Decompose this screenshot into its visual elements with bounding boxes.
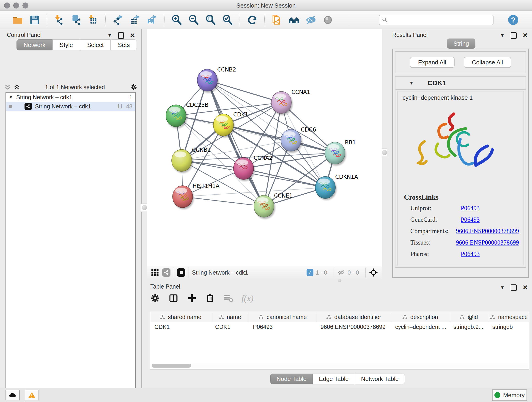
tab-network-table[interactable]: Network Table <box>355 374 405 384</box>
export-image-icon[interactable] <box>145 13 159 26</box>
save-icon[interactable] <box>27 13 42 26</box>
add-column-icon[interactable] <box>186 293 197 303</box>
node-CCNE1[interactable]: CCNE1 <box>254 192 292 219</box>
search-input[interactable] <box>389 17 491 23</box>
crosslink-label: GeneCard: <box>404 216 461 223</box>
collapse-all-button[interactable]: Collapse All <box>464 57 511 68</box>
close-panel-icon[interactable]: ✕ <box>130 32 135 39</box>
grid-view-icon[interactable] <box>151 268 159 277</box>
node-label-CCNA1: CCNA1 <box>291 89 310 95</box>
selected-checkbox-icon[interactable]: ✓ <box>307 269 313 276</box>
crosslink-link[interactable]: P06493 <box>461 216 480 223</box>
column-label: database identifier <box>334 314 381 320</box>
panel-menu-icon[interactable]: ▼ <box>108 33 112 38</box>
right-splitter[interactable] <box>382 29 387 266</box>
network-row[interactable]: String Network – cdk1 11 48 <box>6 102 135 111</box>
control-panel-title: Control Panel <box>7 32 41 38</box>
collection-expand-icon[interactable]: ▼ <box>9 95 13 100</box>
panel-menu-icon[interactable]: ▼ <box>500 33 505 38</box>
tab-sets[interactable]: Sets <box>111 39 137 51</box>
help-icon[interactable]: ? <box>508 15 518 25</box>
expand-all-button[interactable]: Expand All <box>410 57 455 68</box>
node-CCNA2[interactable]: CCNA2 <box>234 154 272 181</box>
column-header-name[interactable]: name <box>211 312 249 322</box>
horizontal-splitter-handle[interactable] <box>338 279 341 282</box>
function-builder-icon[interactable]: f(x) <box>241 293 254 303</box>
network-canvas[interactable]: CCNB2CCNA1CDC25BCDK1CDC6RB1CCNB1CCNA2CDK… <box>147 29 382 266</box>
hidden-eye-icon[interactable] <box>337 268 345 277</box>
network-collection-row[interactable]: ▼ String Network – cdk1 1 <box>6 93 135 102</box>
column-header-namespace[interactable]: namespace <box>488 312 529 322</box>
crosslink-link[interactable]: 9606.ENSP00000378699 <box>456 239 519 246</box>
tab-edge-table[interactable]: Edge Table <box>313 374 355 384</box>
columns-icon[interactable] <box>168 293 179 303</box>
column-header-description[interactable]: description <box>391 312 449 322</box>
node-table[interactable]: shared namenamecanonical namedatabase id… <box>150 312 529 370</box>
gear-icon[interactable] <box>150 293 160 303</box>
node-CDKN1A[interactable]: CDKN1A <box>315 173 358 200</box>
column-header-shared-name[interactable]: shared name <box>150 312 211 322</box>
section-expand-icon[interactable]: ▼ <box>409 80 414 86</box>
clear-table-icon[interactable] <box>223 293 234 303</box>
column-type-icon <box>402 314 408 319</box>
crosslink-link[interactable]: P06493 <box>461 205 480 212</box>
document-share-icon[interactable] <box>270 13 284 26</box>
panel-menu-icon[interactable]: ▼ <box>500 285 505 290</box>
open-in-new-icon[interactable] <box>177 268 185 277</box>
zoom-out-icon[interactable] <box>186 13 201 26</box>
float-panel-icon[interactable] <box>118 32 124 39</box>
edge-CDK1-RB1[interactable] <box>223 125 335 153</box>
crosslink-link[interactable]: P06493 <box>461 250 480 258</box>
zoom-selected-icon[interactable] <box>220 13 234 26</box>
sphere-icon[interactable] <box>321 13 335 26</box>
memory-button[interactable]: Memory <box>492 389 527 401</box>
gene-section-header[interactable]: ▼ CDK1 <box>395 77 526 90</box>
column-header-canonical-name[interactable]: canonical name <box>249 312 317 322</box>
horizontal-splitter[interactable] <box>147 279 532 282</box>
table-row[interactable]: CDK1CDK1P064939606.ENSP00000378699cyclin… <box>150 322 529 332</box>
float-panel-icon[interactable] <box>511 32 517 39</box>
float-panel-icon[interactable] <box>511 284 517 291</box>
node-CDK1[interactable]: CDK1 <box>213 111 248 138</box>
scrollbar-thumb[interactable] <box>152 364 191 368</box>
table-horizontal-scrollbar[interactable] <box>151 364 528 368</box>
import-database-icon[interactable] <box>69 13 83 26</box>
edge-HIST1H1A-CCNE1[interactable] <box>183 197 264 206</box>
hide-eye-icon[interactable] <box>304 13 318 26</box>
warning-button[interactable] <box>25 390 39 400</box>
tab-node-table[interactable]: Node Table <box>270 374 313 384</box>
tab-network[interactable]: Network <box>17 39 52 51</box>
close-panel-icon[interactable]: ✕ <box>523 284 528 291</box>
gear-icon[interactable] <box>130 83 138 91</box>
tab-select[interactable]: Select <box>80 39 111 51</box>
import-network-icon[interactable] <box>52 13 66 26</box>
delete-column-icon[interactable] <box>205 293 215 303</box>
cloud-button[interactable] <box>6 390 20 400</box>
node-CCNB1[interactable]: CCNB1 <box>172 147 211 173</box>
import-table-icon[interactable] <box>86 13 100 26</box>
open-folder-icon[interactable] <box>11 13 25 26</box>
refresh-icon[interactable] <box>245 13 259 26</box>
gene-name: CDK1 <box>428 79 446 87</box>
expand-all-icon[interactable] <box>14 84 20 90</box>
crosslink-link[interactable]: 9606.ENSP00000378699 <box>456 228 519 235</box>
window-title: Session: New Session <box>0 2 532 9</box>
node-RB1[interactable]: RB1 <box>325 139 355 166</box>
close-panel-icon[interactable]: ✕ <box>523 32 528 39</box>
collapse-all-icon[interactable] <box>5 84 11 90</box>
zoom-in-icon[interactable] <box>170 13 184 26</box>
column-label: namespace <box>498 314 528 320</box>
column-header--id[interactable]: @id <box>449 312 488 322</box>
houses-icon[interactable] <box>287 13 301 26</box>
tab-string[interactable]: String <box>447 38 475 49</box>
edge-CCNA2-CDKN1A[interactable] <box>244 168 325 187</box>
export-network-icon[interactable] <box>111 13 125 26</box>
share-view-icon[interactable] <box>162 268 171 277</box>
toolbar-separator <box>105 14 106 26</box>
column-header-database-identifier[interactable]: database identifier <box>317 312 391 322</box>
birdseye-crosshair-icon[interactable] <box>369 268 378 277</box>
left-splitter[interactable] <box>142 29 147 266</box>
tab-style[interactable]: Style <box>52 39 80 51</box>
zoom-fit-icon[interactable] <box>203 13 218 26</box>
export-table-icon[interactable] <box>128 13 142 26</box>
